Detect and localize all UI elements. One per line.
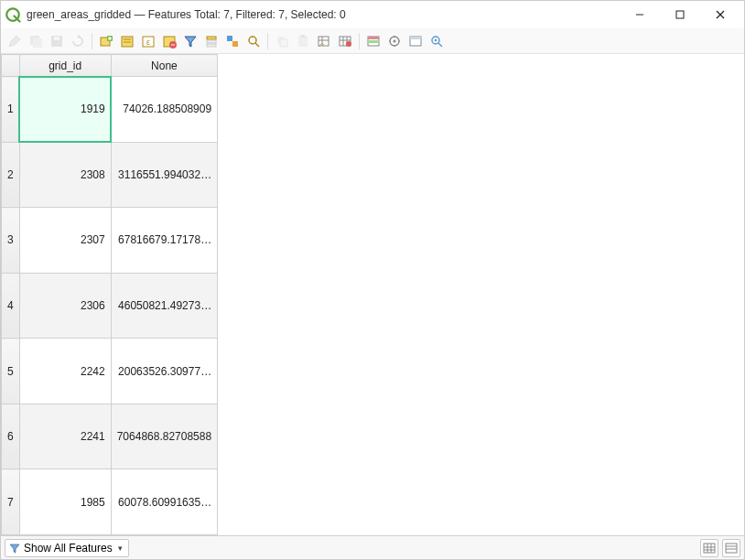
move-selection-top-button[interactable] — [201, 31, 221, 51]
svg-rect-25 — [232, 41, 238, 47]
svg-rect-46 — [410, 37, 421, 39]
cell-grid-id[interactable]: 2307 — [19, 208, 111, 274]
row-header[interactable]: 6 — [2, 404, 20, 469]
cell-none[interactable]: 20063526.30977… — [111, 339, 217, 404]
cell-grid-id[interactable]: 1985 — [19, 469, 111, 535]
show-all-features-button[interactable]: Show All Features ▾ — [5, 539, 129, 557]
reload-table-button[interactable] — [68, 31, 88, 51]
conditional-formatting-button[interactable] — [363, 31, 383, 51]
filter-icon — [9, 543, 20, 554]
select-by-expression-button[interactable]: ε — [138, 31, 158, 51]
svg-rect-24 — [227, 36, 232, 41]
attribute-table[interactable]: grid_id None 1 1919 74026.188508909 2 23… — [1, 54, 218, 535]
cell-grid-id[interactable]: 2306 — [19, 273, 111, 339]
add-feature-button[interactable] — [96, 31, 116, 51]
row-header[interactable]: 4 — [2, 273, 20, 339]
show-all-features-label: Show All Features — [24, 542, 113, 555]
invert-selection-button[interactable] — [222, 31, 243, 51]
actions-button[interactable] — [384, 31, 405, 51]
column-header-none[interactable]: None — [111, 55, 217, 77]
svg-point-44 — [394, 39, 396, 42]
attribute-table-area: grid_id None 1 1919 74026.188508909 2 23… — [1, 54, 744, 535]
svg-rect-8 — [54, 37, 59, 40]
cell-none[interactable]: 67816679.17178… — [111, 208, 217, 274]
select-all-button[interactable] — [159, 31, 179, 51]
titlebar: green_areas_gridded — Features Total: 7,… — [1, 1, 744, 28]
svg-point-39 — [346, 41, 351, 47]
identify-button[interactable] — [426, 31, 447, 51]
svg-line-48 — [438, 43, 442, 47]
column-header-grid-id[interactable]: grid_id — [19, 55, 111, 77]
svg-rect-55 — [726, 544, 737, 553]
delete-field-button[interactable] — [335, 31, 355, 51]
svg-text:ε: ε — [146, 38, 150, 47]
close-button[interactable] — [700, 2, 740, 27]
toggle-editing-button[interactable] — [5, 31, 25, 51]
window-title: green_areas_gridded — Features Total: 7,… — [27, 8, 346, 21]
cell-grid-id[interactable]: 2242 — [19, 339, 111, 404]
svg-line-27 — [255, 43, 259, 47]
delete-selected-button[interactable] — [117, 31, 137, 51]
toolbar: ε — [1, 28, 744, 54]
row-header[interactable]: 7 — [2, 469, 20, 535]
filter-button[interactable] — [180, 31, 200, 51]
svg-rect-22 — [207, 40, 216, 43]
svg-rect-42 — [368, 40, 379, 43]
multi-edit-button[interactable] — [26, 31, 46, 51]
svg-rect-21 — [207, 37, 216, 39]
row-header[interactable]: 1 — [2, 77, 20, 143]
svg-rect-31 — [301, 35, 305, 38]
cell-grid-id[interactable]: 2241 — [19, 404, 111, 469]
row-header[interactable]: 2 — [2, 142, 20, 208]
cell-none[interactable]: 46050821.49273… — [111, 273, 217, 339]
minimize-button[interactable] — [620, 2, 660, 27]
maximize-button[interactable] — [660, 2, 700, 27]
svg-rect-23 — [207, 44, 216, 47]
svg-rect-29 — [280, 39, 287, 47]
table-empty-space — [218, 54, 744, 535]
table-view-button[interactable] — [700, 539, 718, 557]
statusbar: Show All Features ▾ — [1, 535, 744, 559]
dock-button[interactable] — [405, 31, 426, 51]
cell-none[interactable]: 60078.60991635… — [111, 469, 217, 535]
new-field-button[interactable] — [314, 31, 334, 51]
svg-point-26 — [249, 37, 256, 44]
cell-grid-id[interactable]: 2308 — [19, 142, 111, 208]
zoom-to-selected-button[interactable] — [243, 31, 264, 51]
dropdown-icon: ▾ — [118, 544, 123, 553]
svg-point-49 — [435, 38, 437, 41]
svg-rect-2 — [676, 11, 684, 18]
cell-none[interactable]: 3116551.994032… — [111, 142, 217, 208]
cell-none[interactable]: 7064868.82708588 — [111, 404, 217, 469]
paste-button[interactable] — [293, 31, 313, 51]
svg-rect-6 — [33, 38, 42, 48]
copy-button[interactable] — [272, 31, 292, 51]
save-edits-button[interactable] — [47, 31, 67, 51]
svg-rect-50 — [704, 544, 715, 553]
svg-rect-41 — [368, 37, 379, 39]
row-header[interactable]: 3 — [2, 208, 20, 274]
form-view-button[interactable] — [722, 539, 740, 557]
row-header[interactable]: 5 — [2, 339, 20, 404]
qgis-logo-icon — [5, 6, 21, 23]
cell-none[interactable]: 74026.188508909 — [111, 77, 217, 143]
table-corner[interactable] — [2, 55, 20, 77]
cell-grid-id[interactable]: 1919 — [19, 77, 111, 143]
